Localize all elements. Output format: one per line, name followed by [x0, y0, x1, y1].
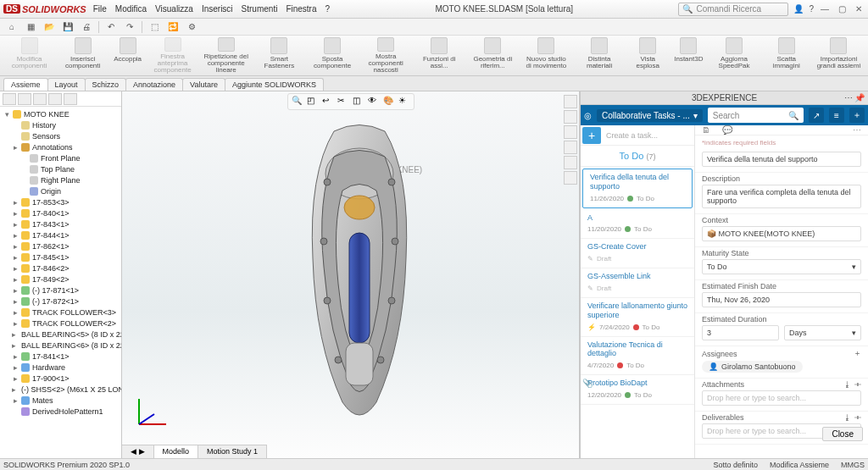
scene-icon[interactable]: ☀ [398, 96, 410, 108]
ribbon-motion-study[interactable]: Nuovo studio di movimento [520, 37, 572, 74]
tree-node[interactable]: ▸TRACK FOLLOWER<2> [3, 318, 120, 329]
feature-tree[interactable]: ▾ MOTO KNEE HistorySensors▸AnnotationsFr… [0, 107, 121, 458]
bottab-motion[interactable]: Motion Study 1 [198, 445, 267, 458]
tree-node[interactable]: Origin [3, 185, 120, 196]
task-card[interactable]: Valutazione Tecnica di dettaglio4/7/2020… [581, 337, 694, 376]
twisty-icon[interactable]: ▸ [12, 286, 19, 295]
tree-node[interactable]: Right Plane [3, 174, 120, 185]
tree-root[interactable]: ▾ MOTO KNEE [3, 108, 120, 119]
panel-pin-icon[interactable]: 📌 [854, 93, 865, 102]
taskpane-resources-icon[interactable] [564, 95, 577, 108]
twisty-icon[interactable]: ▸ [12, 396, 19, 405]
ribbon-exploded-view[interactable]: Vista esplosa [626, 37, 669, 74]
close-icon[interactable]: ✕ [853, 4, 865, 14]
tree-node[interactable]: ▸17-900<1> [3, 373, 120, 384]
tree-tab-5[interactable] [64, 93, 77, 105]
tree-tab-4[interactable] [48, 93, 62, 105]
tree-node[interactable]: Sensors [3, 130, 120, 141]
tree-node[interactable]: ▸BALL BEARING<5> (8 ID x 22 OD X 7 [3, 329, 120, 340]
create-task-button[interactable]: + [582, 127, 601, 144]
tree-node[interactable]: Top Plane [3, 163, 120, 174]
home-icon[interactable]: ⌂ [5, 20, 19, 34]
tree-node[interactable]: ▸(-) 17-872<1> [3, 296, 120, 307]
tree-node[interactable]: ▸17-862<1> [3, 241, 120, 252]
tree-node[interactable]: ▸17-845<1> [3, 252, 120, 263]
twisty-icon[interactable]: ▸ [12, 143, 19, 152]
open-icon[interactable]: 📂 [42, 20, 56, 34]
undo-icon[interactable]: ↶ [104, 20, 118, 34]
title-input[interactable]: Verifica della tenuta del supporto [702, 152, 861, 167]
add-deliver-icon[interactable]: ＋ [854, 413, 861, 422]
tree-node[interactable]: ▸17-841<1> [3, 351, 120, 362]
status-units[interactable]: MMGS [841, 461, 865, 469]
compass-icon[interactable]: ◎ [584, 111, 592, 120]
tree-node[interactable]: ▸17-840<1> [3, 207, 120, 218]
tree-node[interactable]: ▸(-) 17-871<1> [3, 285, 120, 296]
menu-edit[interactable]: Modifica [115, 4, 147, 14]
taskpane-view-palette-icon[interactable] [564, 141, 577, 154]
ribbon-bom[interactable]: Distinta materiali [574, 37, 625, 74]
rebuild-icon[interactable]: 🔁 [166, 20, 180, 34]
menu-insert[interactable]: Inserisci [202, 4, 233, 14]
tree-tab-3[interactable] [33, 93, 47, 105]
twisty-icon[interactable]: ▾ [3, 110, 10, 119]
select-icon[interactable]: ⬚ [147, 20, 161, 34]
tree-node[interactable]: ▸Hardware [3, 362, 120, 373]
tree-node[interactable]: ▸TRACK FOLLOWER<3> [3, 307, 120, 318]
tree-node[interactable]: ▸17-853<3> [3, 196, 120, 207]
task-card[interactable]: A11/20/2020To Do [581, 210, 694, 240]
close-button[interactable]: Close [822, 427, 863, 441]
orientation-triad[interactable] [131, 390, 173, 433]
tree-node[interactable]: ▸Annotations [3, 141, 120, 152]
add-attach-icon[interactable]: ＋ [854, 380, 861, 389]
twisty-icon[interactable]: ▸ [12, 308, 19, 317]
tab-annotation[interactable]: Annotazione [125, 78, 183, 91]
hide-show-icon[interactable]: 👁 [368, 96, 380, 108]
tab-layout[interactable]: Layout [47, 78, 86, 91]
taskpane-custom-props-icon[interactable] [564, 171, 577, 185]
redo-icon[interactable]: ↷ [123, 20, 136, 34]
xp-search[interactable]: Search 🔍 [708, 108, 804, 123]
task-card[interactable]: Verificare lallonamento giunto superiore… [581, 298, 694, 337]
twisty-icon[interactable]: ▸ [12, 220, 19, 229]
print-icon[interactable]: 🖨 [80, 20, 93, 34]
tree-node[interactable]: ▸Mates [3, 395, 120, 406]
desc-input[interactable]: Fare una verifica completa della tenuta … [702, 185, 861, 208]
previous-view-icon[interactable]: ↩ [322, 96, 334, 108]
tree-node[interactable]: ▸17-844<1> [3, 229, 120, 241]
finish-input[interactable]: Thu, Nov 26, 2020 [702, 292, 861, 307]
section-view-icon[interactable]: ✂ [337, 96, 349, 108]
duration-number-input[interactable]: 3 [702, 325, 779, 340]
taskpane-file-explorer-icon[interactable] [564, 125, 577, 139]
tree-tab-2[interactable] [18, 93, 31, 105]
twisty-icon[interactable]: ▸ [12, 319, 19, 328]
tree-node[interactable]: History [3, 119, 120, 130]
twisty-icon[interactable]: ▸ [12, 209, 19, 218]
twisty-icon[interactable]: ▸ [12, 352, 19, 361]
tab-evaluate[interactable]: Valutare [182, 78, 225, 91]
menu-view[interactable]: Visualizza [155, 4, 193, 14]
twisty-icon[interactable]: ▸ [12, 231, 19, 240]
zoom-area-icon[interactable]: ◰ [307, 96, 319, 108]
tree-node[interactable]: ▸(-) SHSS<2> (M6x1 X 25 LONG- SHS [3, 384, 120, 395]
attach-input[interactable]: Drop here or type to search... [702, 390, 861, 406]
tree-node[interactable]: ▸17-849<2> [3, 274, 120, 285]
detail-tab-comments-icon[interactable]: 💬 [722, 125, 732, 135]
task-list[interactable]: Verifica della tenuta del supporto11/26/… [581, 167, 694, 458]
twisty-icon[interactable]: ▸ [12, 374, 19, 383]
detail-menu-icon[interactable]: ⋯ [853, 125, 861, 135]
twisty-icon[interactable]: ▸ [12, 385, 16, 394]
twisty-icon[interactable]: ▸ [12, 253, 19, 262]
share-icon[interactable]: ↗ [809, 108, 824, 123]
appearance-icon[interactable]: 🎨 [383, 96, 395, 108]
maximize-icon[interactable]: ▢ [836, 4, 848, 14]
add-assignee-icon[interactable]: ＋ [854, 348, 861, 359]
section-todo[interactable]: To Do (7) [581, 146, 694, 167]
twisty-icon[interactable]: ▸ [12, 198, 19, 207]
ribbon-smart-fasteners[interactable]: Smart Fasteners [253, 37, 304, 74]
context-input[interactable]: 📦 MOTO KNEE(MOTO KNEE) [702, 226, 861, 241]
duration-unit-select[interactable]: Days▾ [784, 325, 861, 340]
bottab-model[interactable]: Modello [154, 445, 199, 458]
menu-window[interactable]: Finestra [286, 4, 316, 14]
ribbon-speedpak[interactable]: Aggiorna SpeedPak [708, 37, 760, 74]
